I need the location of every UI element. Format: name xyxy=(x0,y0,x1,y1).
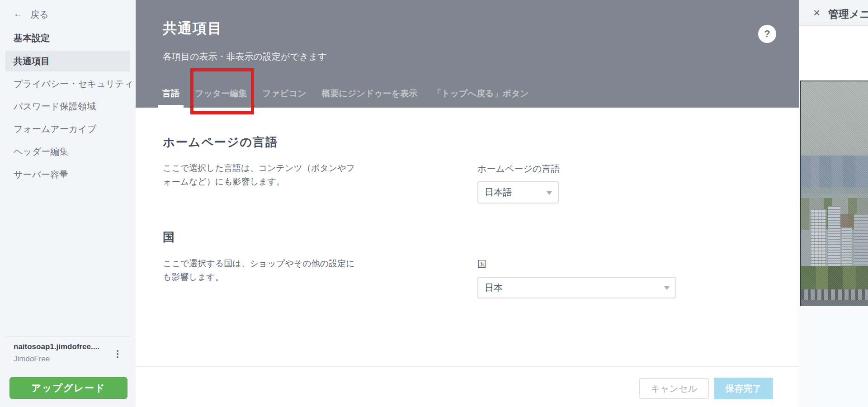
page-subtitle: 各項目の表示・非表示の設定ができます xyxy=(163,51,327,63)
section-heading-homepage-language: ホームページの言語 xyxy=(163,134,278,150)
tab-favicon[interactable]: ファビコン xyxy=(258,85,310,108)
sidebar-item-form-archive[interactable]: フォームアーカイブ xyxy=(0,118,136,139)
chevron-down-icon xyxy=(547,191,552,195)
country-field-label: 国 xyxy=(477,258,486,270)
action-footer: キャンセル 保存完了 xyxy=(136,366,799,407)
city-photo xyxy=(800,80,868,306)
sidebar-item-common-items[interactable]: 共通項目 xyxy=(5,51,130,71)
close-icon[interactable]: × xyxy=(813,6,820,19)
upgrade-button[interactable]: アップグレード xyxy=(9,377,127,399)
sidebar-item-server-capacity[interactable]: サーバー容量 xyxy=(0,164,136,185)
sidebar-item-basic-settings[interactable]: 基本設定 xyxy=(0,28,136,48)
page-title: 共通項目 xyxy=(163,19,222,38)
language-select[interactable]: 日本語 xyxy=(477,181,559,204)
admin-menu-title: 管理メニュー xyxy=(828,7,868,21)
chevron-down-icon xyxy=(664,286,670,290)
page-header: 共通項目 各項目の表示・非表示の設定ができます ? 言語 フッター編集 ファビコ… xyxy=(136,0,799,108)
section-description-language: ここで選択した言語は、コンテンツ（ボタンやフォームなど）にも影響します。 xyxy=(163,161,358,189)
language-field-label: ホームページの言語 xyxy=(477,163,560,175)
help-icon[interactable]: ? xyxy=(758,25,776,43)
preview-footer-area xyxy=(799,306,868,407)
main-panel: 共通項目 各項目の表示・非表示の設定ができます ? 言語 フッター編集 ファビコ… xyxy=(136,0,799,407)
tab-bar: 言語 フッター編集 ファビコン 概要にジンドゥーを表示 「トップへ戻る」ボタン xyxy=(158,85,533,108)
sidebar-item-password-area[interactable]: パスワード保護領域 xyxy=(0,96,136,117)
back-button[interactable]: ← 戻る xyxy=(0,5,136,23)
account-kebab-menu-icon[interactable] xyxy=(113,347,122,361)
tab-language[interactable]: 言語 xyxy=(158,85,184,108)
account-divider xyxy=(5,336,130,337)
tab-footer-edit[interactable]: フッター編集 xyxy=(191,85,251,108)
sidebar-item-privacy-security[interactable]: プライバシー・セキュリティ xyxy=(0,73,136,94)
country-select[interactable]: 日本 xyxy=(477,277,676,298)
tab-back-to-top-button[interactable]: 「トップへ戻る」ボタン xyxy=(429,85,533,108)
section-description-country: ここで選択する国は、ショップやその他の設定にも影響します。 xyxy=(163,257,358,284)
sidebar-item-header-edit[interactable]: ヘッダー編集 xyxy=(0,141,136,162)
account-plan-label: JimdoFree xyxy=(14,355,50,364)
settings-sidebar: ← 戻る 基本設定 共通項目 プライバシー・セキュリティ パスワード保護領域 フ… xyxy=(0,0,136,407)
section-heading-country: 国 xyxy=(163,229,175,245)
cancel-button[interactable]: キャンセル xyxy=(639,378,709,399)
jimdo-settings-page: ← 戻る 基本設定 共通項目 プライバシー・セキュリティ パスワード保護領域 フ… xyxy=(0,0,868,407)
save-button[interactable]: 保存完了 xyxy=(714,378,773,399)
back-label: 戻る xyxy=(30,9,48,21)
site-preview-panel: × 管理メニュー xyxy=(799,0,868,407)
preview-blank-area xyxy=(799,27,868,80)
back-arrow-icon: ← xyxy=(14,8,23,19)
country-select-value: 日本 xyxy=(485,282,503,294)
tab-show-jimdo-overview[interactable]: 概要にジンドゥーを表示 xyxy=(318,85,422,108)
language-select-value: 日本語 xyxy=(485,186,512,199)
account-site-name: naitosoap1.jimdofree.... xyxy=(14,342,106,351)
admin-menu-bar: × 管理メニュー xyxy=(799,0,868,26)
